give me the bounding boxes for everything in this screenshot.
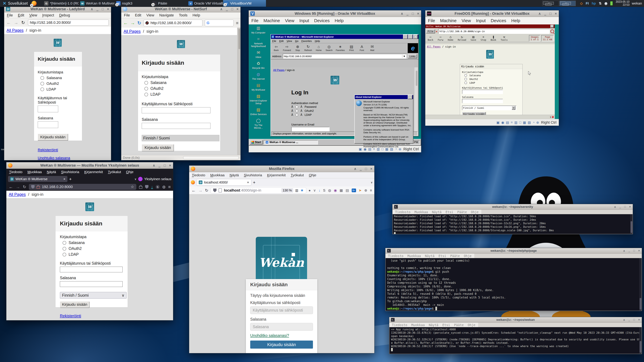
menu-item[interactable]: Navigate: [159, 13, 174, 17]
menu-item[interactable]: Edit: [279, 39, 284, 42]
menu-item[interactable]: Ohje: [464, 254, 472, 258]
menu-item[interactable]: Muokkaa: [414, 210, 428, 214]
taskbar-button[interactable]: >_Pääte5: [151, 0, 187, 7]
search-icon[interactable]: [550, 29, 554, 33]
radio-option[interactable]: LDAP: [40, 87, 78, 91]
window-control-button[interactable]: ×: [413, 34, 418, 39]
back-button[interactable]: ←: [9, 184, 13, 190]
reader-mode-icon[interactable]: ▥: [295, 188, 298, 192]
terminal-output[interactable]: => App running at: http://localhost:4000…: [390, 327, 642, 354]
radio-option[interactable]: OAuth2: [40, 81, 78, 86]
menu-item[interactable]: Muokkaa: [28, 170, 42, 174]
menu-item[interactable]: File: [428, 18, 435, 23]
menu-item[interactable]: Etsi: [438, 254, 446, 258]
window-control-button[interactable]: ×: [629, 205, 631, 208]
vbox-titlebar[interactable]: V Windows 95 [Running] - Oracle VM Virtu…: [249, 10, 421, 17]
window-control-button[interactable]: ∧: [354, 167, 356, 171]
window-control-button[interactable]: _: [403, 34, 408, 39]
web-search-input[interactable]: G: [205, 19, 234, 26]
toolbar-button-mail[interactable]: ✉Mail: [368, 45, 376, 51]
auth-method-radios[interactable]: SalasanaOAuth2LDAP: [40, 76, 78, 91]
menu-item[interactable]: Ohje: [126, 170, 134, 174]
vbox-device-icon[interactable]: ▣: [496, 120, 500, 124]
firefox-titlebar[interactable]: WeKan ® Multiverse — Mozilla Firefox Yks…: [6, 162, 173, 169]
taskbar-button[interactable]: Nnsgtk32: [115, 0, 151, 7]
vbox-status-icons[interactable]: ▣◉▤⌗▥□▦▧◔⊕: [496, 120, 539, 124]
window-control-button[interactable]: ×: [107, 7, 109, 11]
radio-option[interactable]: LDAP: [464, 81, 520, 84]
toolbar-button-tools[interactable]: ⚒Tools: [499, 35, 509, 41]
desktop-icon[interactable]: ▨Internet Explorer Setup: [250, 93, 267, 105]
ie-menubar[interactable]: FileEditViewGoFavoritesHelp: [271, 39, 418, 43]
username-input[interactable]: [38, 106, 58, 112]
window-control-button[interactable]: ‗: [96, 7, 98, 11]
menu-item[interactable]: File: [124, 13, 130, 17]
toolbar-icon[interactable]: ▤: [346, 188, 349, 192]
workspace-pager[interactable]: [542, 1, 576, 6]
taskbar-button[interactable]: G*[Nimetön]-1.0 (RGB-vä...: [43, 0, 79, 7]
window-buttons[interactable]: ∧‗□×: [153, 162, 171, 169]
menu-item[interactable]: Sivuhistoria: [61, 170, 79, 174]
menu-item[interactable]: View: [462, 18, 471, 23]
desktop-icon[interactable]: ⌗Network Neighborhood: [250, 36, 267, 48]
window-control-button[interactable]: ∧: [538, 11, 541, 15]
window-control-button[interactable]: ‗: [619, 205, 621, 208]
terminal-scrollbar[interactable]: [639, 258, 642, 311]
tab-list-chevron[interactable]: ∨: [371, 181, 373, 184]
ie-links-button[interactable]: Links: [408, 54, 417, 58]
dillo-toolbar[interactable]: ⇦Back⇨Forw⌂Home↻Reload▤Save×Stop❚Book⚒To…: [426, 35, 528, 41]
vbox-device-icon[interactable]: ⌗: [511, 120, 512, 124]
window-control-button[interactable]: □: [633, 318, 635, 321]
desktop-icon[interactable]: ♻Recycle Bin: [250, 61, 267, 69]
forgot-password-link[interactable]: Unohtuiko salasana: [38, 156, 70, 160]
window-control-button[interactable]: ‗: [544, 12, 546, 15]
menu-item[interactable]: Pääte: [450, 254, 460, 258]
window-control-button[interactable]: □: [365, 167, 367, 171]
username-input[interactable]: [60, 267, 122, 272]
forward-button[interactable]: →: [130, 20, 135, 26]
reload-button[interactable]: ↻: [23, 185, 26, 189]
toolbar-icon[interactable]: ◍: [328, 188, 331, 192]
horizontal-scrollbar[interactable]: [183, 156, 239, 159]
ie-toolbar[interactable]: ⇦Back⇨Forward⊗Stop↻Refresh⌂Home◎Search∗F…: [271, 44, 408, 52]
desktop-icon[interactable]: ▨Online Services: [250, 107, 267, 116]
tab-close-icon[interactable]: ×: [64, 177, 66, 181]
window-control-button[interactable]: ×: [169, 164, 171, 167]
ie-window-buttons[interactable]: _□×: [403, 34, 418, 39]
vbox-device-icon[interactable]: ▤: [506, 120, 509, 124]
signin-button[interactable]: Kirjaudu sisään: [462, 112, 486, 115]
auth-method-radios[interactable]: SalasanaOAuth2LDAP: [62, 241, 123, 257]
toolbar-extension-icons[interactable]: ●∨↓S◍◉▦▤9+➤⊕≡: [308, 188, 372, 192]
window-control-button[interactable]: ‗: [158, 164, 160, 167]
taskbar-button[interactable]: VVirtualBoxVM2: [223, 0, 266, 7]
menu-item[interactable]: Pääte: [457, 210, 467, 214]
dillo-close-button[interactable]: ×: [550, 25, 554, 28]
language-select[interactable]: Finnish / Suomi ▼: [462, 106, 516, 110]
firefox-app-icon[interactable]: [191, 180, 195, 184]
window-control-button[interactable]: ×: [370, 167, 372, 171]
hp-device-icon[interactable]: hp: [592, 1, 596, 5]
menu-item[interactable]: Ohje: [309, 173, 316, 177]
menu-item[interactable]: Help: [315, 39, 320, 42]
window-control-button[interactable]: □: [408, 34, 413, 39]
menu-item[interactable]: Tools: [179, 13, 188, 17]
extension-s-icon[interactable]: S: [156, 185, 160, 189]
new-tab-button[interactable]: +: [69, 176, 72, 182]
toolbar-icon[interactable]: S: [323, 188, 325, 192]
window-control-button[interactable]: ∧: [220, 7, 223, 11]
language-select[interactable]: Finnish / Suomi∨: [60, 292, 126, 299]
window-buttons[interactable]: ∧‗□×: [623, 317, 640, 323]
menu-item[interactable]: View: [286, 39, 292, 42]
firefox-menubar[interactable]: TiedostoMuokkaaNäytäSivuhistoriaKirjanme…: [6, 169, 173, 175]
menu-item[interactable]: Työkalut: [108, 170, 121, 174]
radio-option[interactable]: LDAP: [144, 92, 216, 97]
downloads-icon[interactable]: ↓: [151, 185, 153, 189]
toolbar-button-favorites[interactable]: ∗Favorites: [336, 45, 345, 51]
menu-item[interactable]: Etsi: [442, 323, 450, 327]
menu-item[interactable]: Machine: [440, 18, 456, 23]
breadcrumb-all-pages-link[interactable]: All Pages: [124, 29, 140, 34]
ie-scrollbar[interactable]: [414, 67, 418, 131]
menu-item[interactable]: Muokkaa: [412, 323, 425, 327]
terminal-output[interactable]: ResourceLoader: Finished load of: "http:…: [392, 214, 632, 234]
toolbar-button-home[interactable]: ⌂Home: [446, 35, 455, 41]
